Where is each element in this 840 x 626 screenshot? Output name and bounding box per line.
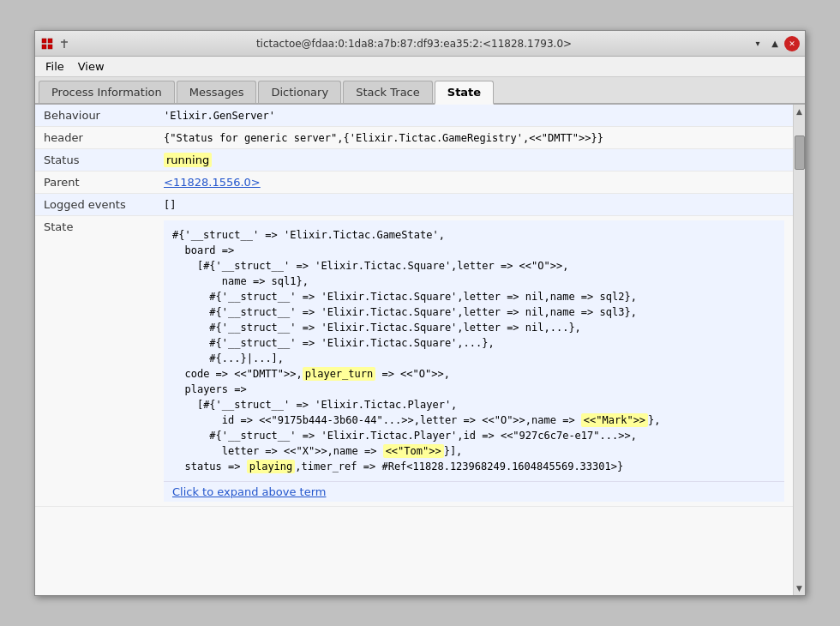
row-value: []: [155, 194, 793, 216]
row-value: 'Elixir.GenServer': [155, 105, 793, 127]
scrollbar-thumb[interactable]: [795, 135, 805, 170]
player-turn-highlight: player_turn: [303, 367, 375, 381]
svg-rect-2: [42, 45, 46, 49]
svg-rect-1: [48, 39, 52, 43]
state-code-cell: #{'__struct__' => 'Elixir.Tictac.GameSta…: [155, 216, 793, 507]
pin-icon[interactable]: [57, 37, 71, 51]
row-label: Status: [35, 149, 155, 172]
row-label: Parent: [35, 172, 155, 194]
tab-dictionary[interactable]: Dictionary: [258, 81, 341, 103]
row-value: <11828.1556.0>: [155, 172, 793, 194]
title-bar: tictactoe@fdaa:0:1da8:a7b:87:df93:ea35:2…: [35, 31, 805, 57]
menu-bar: File View: [35, 57, 805, 77]
state-code-block: #{'__struct__' => 'Elixir.Tictac.GameSta…: [164, 220, 784, 481]
tab-state[interactable]: State: [435, 81, 494, 105]
minimize-btn[interactable]: ▲: [767, 36, 783, 51]
close-btn[interactable]: [784, 36, 800, 51]
state-label: State: [35, 216, 155, 507]
scrollbar[interactable]: ▲ ▼: [793, 105, 805, 595]
main-window: tictactoe@fdaa:0:1da8:a7b:87:df93:ea35:2…: [34, 30, 806, 596]
svg-rect-3: [48, 45, 52, 49]
playing-highlight: playing: [247, 460, 296, 473]
row-value: {"Status for generic server",{'Elixir.Ti…: [155, 127, 793, 149]
scroll-up-btn[interactable]: ▲: [794, 105, 806, 118]
svg-rect-0: [42, 39, 46, 43]
tabs-bar: Process Information Messages Dictionary …: [35, 77, 805, 105]
tab-messages[interactable]: Messages: [177, 81, 257, 103]
table-row: Behaviour 'Elixir.GenServer': [35, 105, 793, 127]
row-label: header: [35, 127, 155, 149]
info-table: Behaviour 'Elixir.GenServer' header {"St…: [35, 105, 793, 507]
title-bar-icons: [40, 37, 71, 51]
tab-stack-trace[interactable]: Stack Trace: [343, 81, 433, 103]
dropdown-btn[interactable]: ▾: [750, 36, 765, 51]
menu-file[interactable]: File: [39, 58, 71, 75]
row-label: Behaviour: [35, 105, 155, 127]
menu-view[interactable]: View: [71, 58, 111, 75]
row-value: running: [155, 149, 793, 172]
expand-link[interactable]: Click to expand above term: [172, 485, 326, 498]
table-row: Logged events []: [35, 194, 793, 216]
content-area: Behaviour 'Elixir.GenServer' header {"St…: [35, 105, 805, 595]
table-row: Status running: [35, 149, 793, 172]
title-bar-controls: ▾ ▲: [750, 36, 800, 51]
table-row: Parent <11828.1556.0>: [35, 172, 793, 194]
window-title: tictactoe@fdaa:0:1da8:a7b:87:df93:ea35:2…: [78, 38, 750, 50]
tab-process-information[interactable]: Process Information: [39, 81, 175, 103]
row-label: Logged events: [35, 194, 155, 216]
mark-highlight: <<"Mark">>: [581, 413, 648, 427]
logged-events-value: []: [164, 199, 176, 211]
header-value: {"Status for generic server",{'Elixir.Ti…: [164, 132, 603, 144]
state-row: State #{'__struct__' => 'Elixir.Tictac.G…: [35, 216, 793, 507]
main-content: Behaviour 'Elixir.GenServer' header {"St…: [35, 105, 793, 595]
app-icon: [40, 37, 54, 51]
parent-link[interactable]: <11828.1556.0>: [164, 176, 261, 189]
tom-highlight: <<"Tom">>: [383, 444, 444, 458]
status-badge: running: [164, 153, 212, 167]
table-row: header {"Status for generic server",{'El…: [35, 127, 793, 149]
behaviour-value: 'Elixir.GenServer': [164, 110, 275, 122]
scroll-down-btn[interactable]: ▼: [794, 581, 806, 595]
